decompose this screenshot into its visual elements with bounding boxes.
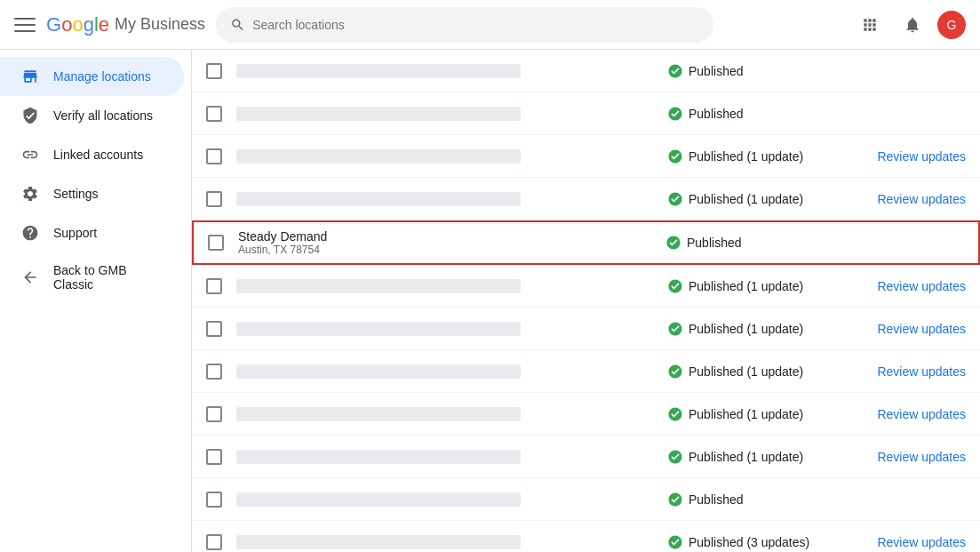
review-updates-link[interactable]: Review updates (877, 450, 966, 464)
row-name-placeholder (236, 279, 521, 293)
table-row: Published (1 update)Review updates (192, 436, 980, 478)
sidebar-item-verify-label: Verify all locations (53, 108, 153, 123)
row-status: Published (1 update) (667, 406, 845, 422)
link-icon (21, 146, 39, 164)
row-name-placeholder (236, 450, 521, 464)
logo[interactable]: Google My Business (46, 13, 205, 36)
status-badge: Published (1 update) (689, 149, 803, 164)
sidebar-item-linked-accounts-label: Linked accounts (53, 148, 143, 162)
row-checkbox[interactable] (206, 106, 222, 122)
published-check-icon (667, 364, 683, 380)
published-check-icon (667, 148, 683, 164)
review-updates-link[interactable]: Review updates (877, 279, 966, 293)
sidebar-item-verify-all[interactable]: Verify all locations (0, 96, 184, 135)
settings-icon (21, 185, 39, 203)
status-badge: Published (1 update) (689, 407, 803, 421)
row-name-block (236, 528, 438, 553)
published-check-icon (665, 235, 681, 251)
table-row: Published (1 update)Review updates (192, 265, 980, 308)
status-badge: Published (689, 492, 744, 507)
review-updates-link[interactable]: Review updates (877, 407, 966, 421)
published-check-icon (667, 278, 683, 294)
row-name-placeholder (236, 322, 521, 336)
row-checkbox[interactable] (208, 235, 224, 251)
apps-button[interactable] (852, 7, 888, 43)
row-status: Published (667, 492, 845, 508)
avatar[interactable]: G (937, 11, 966, 39)
sidebar-item-settings[interactable]: Settings (0, 174, 184, 213)
row-action: Review updates (859, 279, 966, 293)
product-name: My Business (115, 15, 205, 34)
sidebar-item-gmb-classic[interactable]: Back to GMB Classic (0, 252, 184, 302)
search-input[interactable] (252, 18, 699, 32)
row-status: Published (667, 63, 845, 79)
row-name-block (236, 357, 438, 386)
published-check-icon (667, 63, 683, 79)
status-badge: Published (689, 64, 744, 78)
apps-icon (861, 16, 879, 34)
row-name-placeholder (236, 364, 521, 379)
row-status: Published (1 update) (667, 364, 845, 380)
table-row: Published (1 update)Review updates (192, 393, 980, 436)
status-badge: Published (1 update) (689, 192, 803, 206)
row-name-block (236, 443, 438, 471)
row-name-block (236, 100, 438, 128)
location-icon (21, 68, 39, 85)
table-row: Published (3 updates)Review updates (192, 521, 980, 552)
sidebar-item-manage-locations[interactable]: Manage locations (0, 57, 184, 96)
published-check-icon (667, 191, 683, 207)
locations-table: PublishedPublishedPublished (1 update)Re… (192, 50, 980, 552)
row-action: Review updates (859, 192, 966, 206)
row-name-block (236, 57, 438, 85)
help-icon (21, 224, 39, 242)
review-updates-link[interactable]: Review updates (877, 364, 966, 379)
review-updates-link[interactable]: Review updates (877, 322, 966, 336)
menu-button[interactable] (14, 14, 36, 36)
back-icon (21, 268, 39, 286)
row-checkbox[interactable] (206, 449, 222, 465)
row-checkbox[interactable] (206, 534, 222, 550)
review-updates-link[interactable]: Review updates (877, 149, 966, 164)
row-name-placeholder (236, 407, 521, 421)
row-status: Published (665, 235, 843, 251)
table-row: Published (192, 478, 980, 521)
row-name-block (236, 185, 438, 213)
review-updates-link[interactable]: Review updates (877, 535, 966, 549)
status-badge: Published (3 updates) (689, 535, 809, 549)
search-bar[interactable] (216, 7, 713, 43)
table-row: Published (1 update)Review updates (192, 178, 980, 220)
row-action: Review updates (859, 450, 966, 464)
topbar-actions: G (852, 7, 966, 43)
sidebar-item-support[interactable]: Support (0, 213, 184, 252)
row-checkbox[interactable] (206, 278, 222, 294)
status-badge: Published (689, 107, 744, 121)
row-sub: Austin, TX 78754 (238, 244, 438, 256)
status-badge: Published (687, 236, 742, 250)
row-checkbox[interactable] (206, 492, 222, 508)
table-row: Published (1 update)Review updates (192, 350, 980, 393)
row-status: Published (3 updates) (667, 534, 845, 550)
review-updates-link[interactable]: Review updates (877, 192, 966, 206)
notifications-icon (904, 16, 921, 34)
row-checkbox[interactable] (206, 321, 222, 337)
published-check-icon (667, 321, 683, 337)
notifications-button[interactable] (895, 7, 930, 43)
table-row: Published (1 update)Review updates (192, 308, 980, 350)
row-status: Published (1 update) (667, 191, 845, 207)
sidebar: Manage locations Verify all locations Li… (0, 50, 192, 552)
sidebar-item-gmb-classic-label: Back to GMB Classic (53, 263, 163, 292)
row-action: Review updates (859, 322, 966, 336)
main-content: PublishedPublishedPublished (1 update)Re… (192, 50, 980, 552)
row-checkbox[interactable] (206, 148, 222, 164)
row-name: Steady Demand (238, 229, 438, 244)
row-checkbox[interactable] (206, 364, 222, 380)
row-checkbox[interactable] (206, 406, 222, 422)
row-checkbox[interactable] (206, 191, 222, 207)
row-name-placeholder (236, 492, 521, 507)
sidebar-item-linked-accounts[interactable]: Linked accounts (0, 135, 184, 174)
row-checkbox[interactable] (206, 63, 222, 79)
sidebar-item-manage-locations-label: Manage locations (53, 69, 151, 84)
row-status: Published (1 update) (667, 449, 845, 465)
layout: Manage locations Verify all locations Li… (0, 50, 980, 552)
row-name-block (236, 315, 438, 343)
